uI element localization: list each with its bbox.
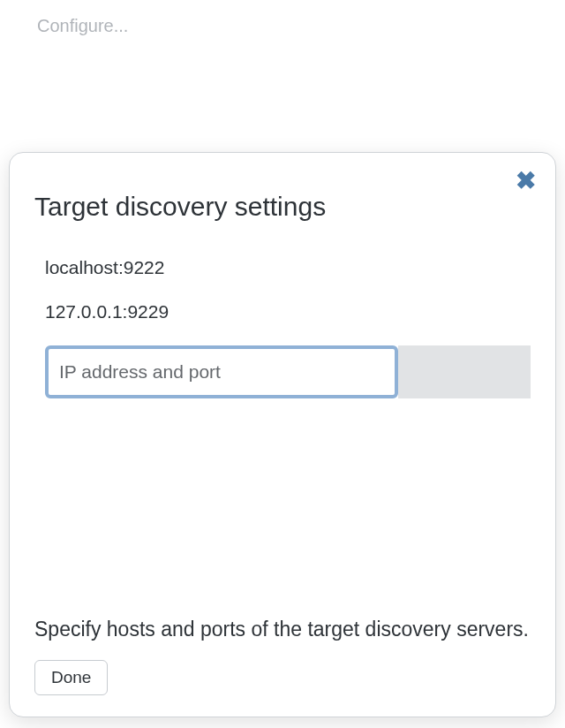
modal-footer: Specify hosts and ports of the target di… <box>34 615 531 695</box>
close-icon[interactable]: ✖ <box>516 169 536 193</box>
ip-port-input[interactable] <box>45 345 398 398</box>
input-trailing-area <box>398 345 531 398</box>
configure-link[interactable]: Configure... <box>37 16 128 36</box>
target-item[interactable]: 127.0.0.1:9229 <box>45 301 531 322</box>
new-target-row <box>45 345 531 398</box>
target-discovery-modal: ✖ Target discovery settings localhost:92… <box>9 152 556 717</box>
targets-list: localhost:9222 127.0.0.1:9229 <box>45 257 531 398</box>
target-item[interactable]: localhost:9222 <box>45 257 531 278</box>
modal-help-text: Specify hosts and ports of the target di… <box>34 615 531 644</box>
modal-title: Target discovery settings <box>34 192 531 222</box>
done-button[interactable]: Done <box>34 660 108 695</box>
